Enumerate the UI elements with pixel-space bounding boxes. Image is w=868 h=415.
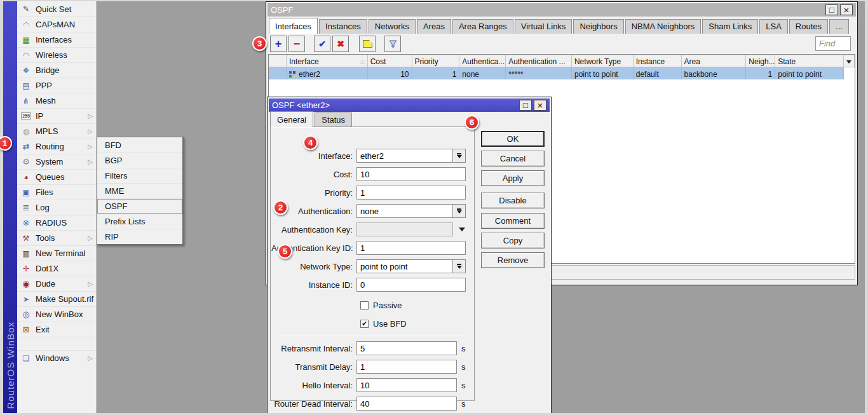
submenu-item-prefix-lists[interactable]: Prefix Lists bbox=[97, 214, 182, 229]
copy-button[interactable]: Copy bbox=[481, 233, 545, 248]
enable-button[interactable]: ✔ bbox=[314, 36, 330, 52]
sidebar-item-new-winbox[interactable]: ◎New WinBox bbox=[17, 306, 96, 322]
interface-dropdown-button[interactable] bbox=[453, 149, 466, 163]
column-area[interactable]: Area bbox=[682, 55, 747, 67]
cell-priority[interactable]: 1 bbox=[412, 67, 460, 79]
sidebar-item-files[interactable]: ▣Files bbox=[17, 184, 96, 200]
ok-button[interactable]: OK bbox=[481, 131, 545, 147]
authentication-field[interactable] bbox=[356, 204, 453, 218]
submenu-item-rip[interactable]: RIP bbox=[97, 229, 182, 244]
tab-area-ranges[interactable]: Area Ranges bbox=[452, 19, 513, 34]
sidebar-item-dot1x[interactable]: ✛Dot1X bbox=[17, 261, 96, 276]
submenu-item-filters[interactable]: Filters bbox=[97, 168, 182, 183]
passive-checkbox[interactable] bbox=[360, 301, 369, 310]
interface-field[interactable] bbox=[356, 149, 453, 163]
sidebar-item-dude[interactable]: ◉Dude▷ bbox=[17, 276, 96, 291]
disable-action-button[interactable]: Disable bbox=[481, 193, 545, 208]
cell-authentication[interactable]: none bbox=[459, 67, 506, 79]
close-button[interactable]: × bbox=[840, 4, 853, 15]
column-network-type[interactable]: Network Type bbox=[572, 55, 634, 67]
transmit-delay-field[interactable] bbox=[356, 360, 457, 374]
use-bfd-checkbox[interactable]: ✔ bbox=[360, 320, 369, 328]
remove-item-button[interactable]: − bbox=[288, 36, 305, 52]
column-authentication[interactable]: Authentica... bbox=[459, 55, 506, 67]
column-neighbors[interactable]: Neigh... bbox=[746, 55, 775, 67]
disable-button[interactable]: ✖ bbox=[332, 36, 349, 52]
ospf-window-titlebar[interactable]: OSPF □ × bbox=[268, 3, 856, 17]
network-type-field[interactable] bbox=[356, 259, 453, 273]
tab-status[interactable]: Status bbox=[315, 112, 352, 127]
cell-instance[interactable]: default bbox=[634, 67, 682, 79]
sidebar-item-interfaces[interactable]: ▦Interfaces bbox=[17, 32, 96, 47]
sidebar-item-system[interactable]: ⚙System▷ bbox=[17, 154, 96, 169]
sidebar-item-queues[interactable]: ◕Queues bbox=[17, 169, 96, 184]
tab-general[interactable]: General bbox=[270, 111, 313, 127]
sidebar-item-radius[interactable]: ※RADIUS bbox=[17, 215, 96, 230]
sidebar-item-tools[interactable]: ⚒Tools▷ bbox=[17, 230, 96, 245]
maximize-button[interactable]: □ bbox=[825, 4, 838, 15]
tab-virtual-links[interactable]: Virtual Links bbox=[515, 19, 573, 34]
sidebar-item-capsman[interactable]: ◠CAPsMAN bbox=[17, 17, 96, 32]
sidebar-item-ip[interactable]: 255IP▷ bbox=[17, 108, 96, 123]
sidebar-item-windows[interactable]: ❏Windows▷ bbox=[17, 350, 96, 365]
tab-networks[interactable]: Networks bbox=[369, 19, 416, 34]
sidebar-item-exit[interactable]: ⊠Exit bbox=[17, 322, 96, 337]
cell-neighbors[interactable]: 1 bbox=[746, 67, 775, 79]
comment-button[interactable] bbox=[359, 36, 376, 52]
cancel-button[interactable]: Cancel bbox=[481, 151, 545, 167]
tab-interfaces[interactable]: Interfaces bbox=[269, 18, 318, 34]
filter-button[interactable] bbox=[384, 36, 401, 52]
dialog-maximize-button[interactable]: □ bbox=[519, 100, 532, 111]
add-button[interactable]: + bbox=[270, 36, 287, 52]
retransmit-interval-field[interactable] bbox=[356, 341, 457, 355]
sidebar-item-bridge[interactable]: ❖Bridge bbox=[17, 62, 96, 78]
cell-authentication-key[interactable]: ***** bbox=[506, 67, 572, 79]
tab-sham-links[interactable]: Sham Links bbox=[702, 19, 758, 34]
remove-button[interactable]: Remove bbox=[481, 252, 545, 268]
column-cost[interactable]: Cost bbox=[368, 55, 412, 67]
authentication-key-id-field[interactable] bbox=[356, 241, 466, 255]
table-row-ether2[interactable]: ether2 10 1 none ***** point to point de… bbox=[269, 67, 855, 79]
cell-state[interactable]: point to point bbox=[775, 67, 844, 79]
authentication-key-caret-icon[interactable] bbox=[459, 228, 465, 231]
dialog-close-button[interactable]: × bbox=[534, 100, 546, 111]
sidebar-item-mesh[interactable]: ⋔Mesh bbox=[17, 93, 96, 108]
column-interface[interactable]: Interface△ bbox=[287, 55, 368, 67]
cell-cost[interactable]: 10 bbox=[368, 67, 412, 79]
submenu-item-bgp[interactable]: BGP bbox=[97, 153, 182, 168]
tab-areas[interactable]: Areas bbox=[417, 19, 451, 34]
router-dead-interval-field[interactable] bbox=[356, 397, 457, 411]
cell-select[interactable] bbox=[269, 67, 287, 79]
tab-lsa[interactable]: LSA bbox=[759, 19, 788, 34]
comment-action-button[interactable]: Comment bbox=[481, 213, 545, 229]
find-input[interactable] bbox=[815, 36, 851, 51]
instance-id-field[interactable] bbox=[356, 278, 466, 292]
column-select[interactable] bbox=[269, 55, 287, 67]
cell-area[interactable]: backbone bbox=[682, 67, 747, 79]
column-options-caret[interactable] bbox=[844, 55, 855, 67]
dialog-titlebar[interactable]: OSPF <ether2> □ × bbox=[269, 99, 550, 112]
cell-interface[interactable]: ether2 bbox=[287, 67, 368, 79]
submenu-item-bfd[interactable]: BFD bbox=[97, 137, 182, 153]
sidebar-item-mpls[interactable]: ◍MPLS▷ bbox=[17, 123, 96, 139]
column-state[interactable]: State bbox=[775, 55, 844, 67]
sidebar-item-log[interactable]: ≣Log bbox=[17, 200, 96, 215]
sidebar-item-make-supout[interactable]: ➤Make Supout.rif bbox=[17, 291, 96, 306]
tab-more[interactable]: ... bbox=[829, 19, 849, 34]
apply-button[interactable]: Apply bbox=[481, 170, 545, 186]
submenu-item-ospf[interactable]: OSPF bbox=[97, 198, 182, 214]
sidebar-item-ppp[interactable]: ▤PPP bbox=[17, 78, 96, 93]
tab-neighbors[interactable]: Neighbors bbox=[573, 19, 623, 34]
tab-routes[interactable]: Routes bbox=[789, 19, 828, 34]
column-instance[interactable]: Instance bbox=[634, 55, 682, 67]
submenu-item-mme[interactable]: MME bbox=[97, 183, 182, 198]
sidebar-item-new-terminal[interactable]: ▥New Terminal bbox=[17, 245, 96, 261]
hello-interval-field[interactable] bbox=[356, 378, 457, 392]
sidebar-item-quick-set[interactable]: ✎Quick Set bbox=[17, 1, 96, 17]
sidebar-item-wireless[interactable]: ◠Wireless bbox=[17, 47, 96, 62]
authentication-dropdown-button[interactable] bbox=[453, 204, 466, 218]
tab-nbma-neighbors[interactable]: NBMA Neighbors bbox=[625, 19, 702, 34]
network-type-dropdown-button[interactable] bbox=[453, 259, 466, 273]
priority-field[interactable] bbox=[356, 186, 466, 200]
cell-network-type[interactable]: point to point bbox=[572, 67, 634, 79]
